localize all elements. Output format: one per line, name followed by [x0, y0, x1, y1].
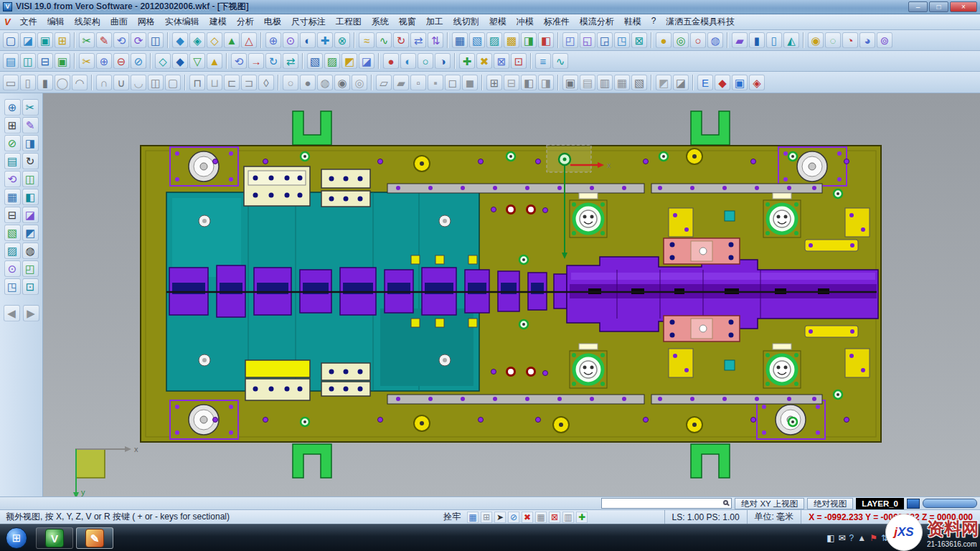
toolbar-icon[interactable]: ◩: [341, 53, 357, 69]
sidebar-tool-icon[interactable]: ▧: [4, 225, 21, 241]
toolbar-icon[interactable]: E: [697, 75, 713, 90]
toolbar-icon[interactable]: ▧: [307, 53, 323, 69]
toolbar-icon[interactable]: ▨: [324, 53, 340, 69]
toolbar-icon[interactable]: ▢: [165, 75, 181, 90]
absolute-xy-view-button[interactable]: 绝对 XY 上视图: [735, 498, 804, 509]
toolbar-icon[interactable]: ◕: [859, 32, 875, 48]
tray-icon[interactable]: ?: [849, 533, 854, 543]
cad-canvas[interactable]: x x y: [43, 93, 980, 496]
horizontal-scrollbar[interactable]: [923, 499, 977, 508]
toolbar-icon[interactable]: ◩: [656, 75, 672, 90]
toolbar-icon[interactable]: →: [248, 53, 264, 69]
sidebar-tool-icon[interactable]: ⊘: [4, 135, 21, 151]
toolbar-icon[interactable]: ✎: [96, 32, 112, 48]
cad-viewport[interactable]: x x y: [43, 93, 980, 496]
sidebar-tool-icon[interactable]: ◧: [22, 189, 39, 205]
menu-item-8[interactable]: 电极: [259, 14, 286, 29]
menu-item-12[interactable]: 视窗: [394, 14, 421, 29]
toolbar-icon[interactable]: ∩: [96, 75, 112, 90]
toolbar-icon[interactable]: ▪: [428, 75, 443, 90]
start-button[interactable]: ⊞: [6, 527, 27, 549]
snap-lock-label[interactable]: 拴牢: [443, 511, 461, 523]
toolbar-icon[interactable]: ▣: [37, 32, 53, 48]
taskbar-app-visi[interactable]: V: [36, 527, 73, 549]
toolbar-icon[interactable]: ✚: [317, 32, 333, 48]
toolbar-icon[interactable]: ⊠: [631, 32, 647, 48]
toolbar-icon[interactable]: ▥: [597, 75, 613, 90]
menu-item-1[interactable]: 编辑: [42, 14, 70, 29]
sidebar-tool-icon[interactable]: ▤: [4, 153, 21, 169]
toolbar-icon[interactable]: ⇅: [428, 32, 443, 48]
sidebar-tool-icon[interactable]: ⟲: [4, 171, 21, 187]
toolbar-icon[interactable]: ▦: [614, 75, 630, 90]
sidebar-tool-icon[interactable]: ⊙: [4, 260, 21, 277]
toolbar-icon[interactable]: ▣: [55, 53, 70, 69]
menu-item-21[interactable]: 潇洒五金模具科技: [661, 14, 740, 29]
menu-item-2[interactable]: 线架构: [70, 14, 105, 29]
toolbar-icon[interactable]: ✖: [476, 53, 492, 69]
toolbar-icon[interactable]: ∿: [552, 53, 568, 69]
toolbar-icon[interactable]: ▱: [376, 75, 392, 90]
menu-item-20[interactable]: ?: [646, 14, 661, 29]
toolbar-icon[interactable]: ⊔: [207, 75, 222, 90]
toolbar-icon[interactable]: ↻: [265, 53, 281, 69]
toolbar-icon[interactable]: ≡: [535, 53, 551, 69]
toolbar-icon[interactable]: ◫: [148, 32, 164, 48]
toolbar-icon[interactable]: ◳: [614, 32, 630, 48]
search-input[interactable]: [602, 499, 717, 508]
toolbar-icon[interactable]: ◊: [258, 75, 274, 90]
menu-item-14[interactable]: 线切割: [448, 14, 484, 29]
toolbar-icon[interactable]: ▯: [20, 75, 36, 90]
toolbar-icon[interactable]: ⊐: [241, 75, 257, 90]
menu-item-15[interactable]: 塑模: [484, 14, 512, 29]
toolbar-icon[interactable]: ▮: [749, 32, 765, 48]
menu-item-9[interactable]: 尺寸标注: [286, 14, 331, 29]
toolbar-icon[interactable]: ●: [300, 75, 316, 90]
maximize-button[interactable]: □: [929, 1, 948, 12]
toolbar-icon[interactable]: ⊓: [189, 75, 205, 90]
menu-item-6[interactable]: 建模: [204, 14, 232, 29]
toolbar-icon[interactable]: ↻: [393, 32, 409, 48]
sidebar-tool-icon[interactable]: ▨: [4, 242, 21, 259]
status-toggle-icon[interactable]: ▦: [467, 512, 479, 523]
toolbar-icon[interactable]: ⊘: [131, 53, 146, 69]
toolbar-icon[interactable]: ◼: [462, 75, 478, 90]
toolbar-icon[interactable]: ▩: [504, 32, 519, 48]
sidebar-tool-icon[interactable]: ◨: [22, 135, 39, 151]
toolbar-icon[interactable]: ✂: [79, 53, 95, 69]
tray-icon[interactable]: ◧: [826, 533, 834, 543]
menu-item-19[interactable]: 鞋模: [619, 14, 646, 29]
sidebar-tool-icon[interactable]: ◪: [22, 207, 39, 223]
menu-item-18[interactable]: 模流分析: [575, 14, 619, 29]
toolbar-icon[interactable]: ⊡: [511, 53, 527, 69]
sidebar-tool-icon[interactable]: ⊟: [4, 207, 21, 223]
toolbar-icon[interactable]: ▧: [631, 75, 647, 90]
toolbar-icon[interactable]: ◆: [172, 53, 188, 69]
toolbar-icon[interactable]: ▨: [486, 32, 502, 48]
toolbar-icon[interactable]: ◠: [72, 75, 88, 90]
active-layer-selector[interactable]: LAYER_0: [856, 498, 904, 509]
toolbar-icon[interactable]: ◐: [400, 53, 416, 69]
toolbar-icon[interactable]: ◨: [521, 32, 537, 48]
sidebar-tool-icon[interactable]: ⊡: [22, 278, 39, 295]
toolbar-icon[interactable]: ◰: [562, 32, 578, 48]
toolbar-icon[interactable]: ⟲: [113, 32, 129, 48]
sidebar-tool-icon[interactable]: ◍: [22, 242, 39, 259]
toolbar-icon[interactable]: ▲: [207, 53, 222, 69]
status-toggle-icon[interactable]: ➤: [494, 512, 506, 523]
toolbar-icon[interactable]: ◍: [707, 32, 723, 48]
toolbar-icon[interactable]: ⊞: [55, 32, 70, 48]
sidebar-tool-icon[interactable]: ✎: [22, 117, 39, 133]
toolbar-icon[interactable]: ▦: [452, 32, 468, 48]
menu-item-13[interactable]: 加工: [421, 14, 448, 29]
toolbar-icon[interactable]: ▭: [3, 75, 19, 90]
toolbar-icon[interactable]: ⊕: [265, 32, 281, 48]
toolbar-icon[interactable]: ◌: [825, 32, 841, 48]
toolbar-icon[interactable]: ○: [283, 75, 298, 90]
toolbar-icon[interactable]: ◆: [172, 32, 188, 48]
menu-item-17[interactable]: 标准件: [539, 14, 575, 29]
toolbar-icon[interactable]: ⊠: [494, 53, 509, 69]
status-toggle-icon[interactable]: ⊞: [481, 512, 492, 523]
toolbar-icon[interactable]: ◇: [155, 53, 171, 69]
toolbar-icon[interactable]: ▢: [3, 32, 19, 48]
